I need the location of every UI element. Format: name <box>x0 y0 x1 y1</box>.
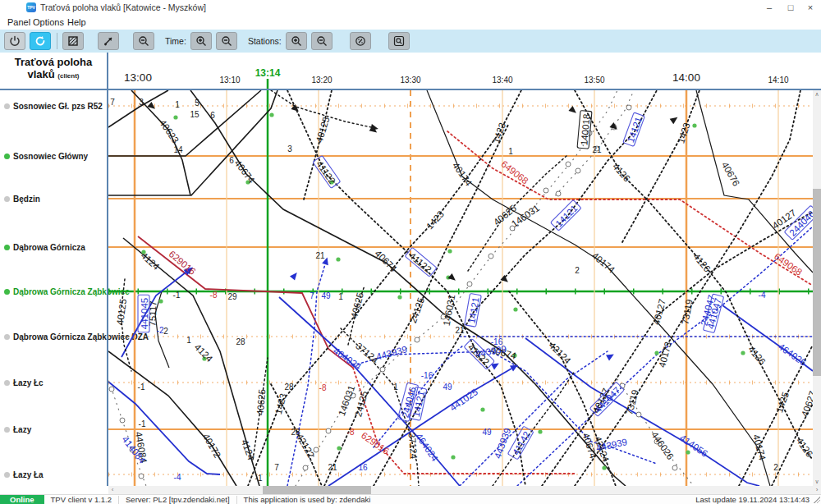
direction-arrow <box>606 351 616 360</box>
train-number-label[interactable]: 441045 <box>138 295 149 332</box>
train-number-label[interactable]: 4124 <box>139 250 161 272</box>
svg-text:73119: 73119 <box>624 388 640 415</box>
train-number-label[interactable]: 649068 <box>773 251 804 277</box>
train-number-label[interactable]: 14121 <box>623 112 644 146</box>
position-dot <box>337 446 341 450</box>
delay-value: 16 <box>358 463 368 472</box>
train-line[interactable] <box>460 351 608 486</box>
train-number-label[interactable]: 40674 <box>373 248 399 274</box>
train-number-label[interactable]: 40625 <box>255 389 268 416</box>
direction-arrow <box>609 122 619 132</box>
direction-arrow <box>568 106 578 116</box>
train-number-label[interactable]: 4124 <box>240 438 256 462</box>
delay-value: 2 <box>163 327 168 336</box>
train-number-label[interactable]: 40676 <box>720 160 741 188</box>
horizontal-scrollbar[interactable]: ‹ › <box>108 486 821 494</box>
svg-text:42124: 42124 <box>547 340 573 366</box>
train-number-label[interactable]: 4124 <box>193 342 215 364</box>
resize-grip[interactable] <box>814 497 820 503</box>
svg-text:14121: 14121 <box>626 116 644 144</box>
train-number-label[interactable]: 40623 <box>158 117 181 144</box>
delay-value: -1 <box>255 474 263 483</box>
stop-marker <box>326 428 331 433</box>
server-info: Server: PL2 [tpv.zdendaki.net] <box>119 496 237 504</box>
train-number-label[interactable]: 4126 <box>611 161 632 183</box>
vertical-scrollbar[interactable]: ∧ ∨ <box>813 90 821 486</box>
train-number-label[interactable]: 140018 <box>577 111 592 149</box>
svg-text:40127: 40127 <box>651 298 667 326</box>
position-dot <box>686 450 690 454</box>
train-line[interactable] <box>108 351 236 486</box>
scroll-left-icon[interactable]: ‹ <box>108 486 117 494</box>
train-number-label[interactable]: 40125 <box>115 298 128 325</box>
delay-value: 29 <box>227 292 237 301</box>
scroll-up-icon[interactable]: ∧ <box>813 90 821 99</box>
train-line[interactable] <box>108 382 220 474</box>
delay-value: 2 <box>575 266 580 275</box>
train-number-label[interactable]: 629016 <box>360 430 391 456</box>
position-dot <box>451 455 455 459</box>
graph-grid <box>108 79 813 486</box>
train-number-label[interactable]: 73119 <box>624 388 640 415</box>
train-number-label[interactable]: 1423 <box>491 121 507 144</box>
horizontal-scroll-thumb[interactable] <box>263 486 371 494</box>
scroll-down-icon[interactable]: ∨ <box>813 478 821 486</box>
scroll-right-icon[interactable]: › <box>813 486 821 494</box>
train-number-label[interactable]: 649068 <box>499 158 530 186</box>
delay-value: 1 <box>508 147 513 156</box>
train-number-label[interactable]: 40127 <box>651 298 667 326</box>
train-graph-canvas[interactable]: 4062340674406744067440674401254012541122… <box>0 0 821 504</box>
position-dot <box>513 307 517 311</box>
train-number-label[interactable]: 4126 <box>795 436 815 459</box>
delay-value: -1 <box>173 291 181 300</box>
train-number-label[interactable]: 443939 <box>375 344 408 362</box>
train-number-label[interactable]: 414056 <box>678 433 709 459</box>
train-number-label[interactable]: 40173 <box>657 341 673 369</box>
train-number-label[interactable]: 464026 <box>777 341 808 368</box>
train-number-label[interactable]: 14121 <box>465 293 482 327</box>
position-dot <box>741 351 745 355</box>
direction-arrow <box>147 102 157 112</box>
stop-marker <box>544 188 548 193</box>
stop-marker <box>488 254 493 259</box>
stop-marker <box>566 162 571 167</box>
delay-value: 1 <box>393 383 398 392</box>
delay-value: -1 <box>139 419 146 428</box>
delay-value: 49 <box>443 383 452 392</box>
sidebar-divider <box>107 53 108 486</box>
svg-text:40125: 40125 <box>115 298 128 325</box>
train-line[interactable] <box>108 90 261 156</box>
train-line[interactable] <box>353 368 575 474</box>
train-line[interactable] <box>296 90 617 486</box>
vertical-scroll-thumb[interactable] <box>813 189 821 376</box>
train-number-label[interactable]: 40172 <box>201 432 222 460</box>
train-number-label[interactable]: 146031 <box>442 294 456 327</box>
usage-info: This application is used by: zdendaki <box>237 496 378 504</box>
delay-value: 21 <box>592 145 602 154</box>
svg-text:40125: 40125 <box>314 116 332 144</box>
train-line[interactable] <box>542 212 813 486</box>
svg-text:4124: 4124 <box>193 342 215 364</box>
delay-value: 21 <box>315 251 325 260</box>
train-number-label[interactable]: 4126 <box>746 344 768 366</box>
train-number-label[interactable]: 73119 <box>680 299 694 326</box>
stop-marker <box>556 191 561 196</box>
train-number-label[interactable]: 1423 <box>676 121 691 144</box>
delay-value: -8 <box>347 428 355 437</box>
delay-value: -8 <box>210 291 218 300</box>
position-dot <box>538 429 542 433</box>
stop-marker <box>120 418 125 423</box>
train-number-label[interactable]: 441025 <box>448 387 479 413</box>
svg-text:1423: 1423 <box>424 208 446 231</box>
train-number-label[interactable]: 1423 <box>424 208 446 231</box>
svg-text:1423: 1423 <box>676 121 691 144</box>
train-number-label[interactable]: 41122 <box>313 155 341 188</box>
train-number-label[interactable]: 42124 <box>547 340 573 366</box>
stop-marker <box>303 465 308 470</box>
train-number-label[interactable]: 40125 <box>314 116 332 144</box>
svg-text:629016: 629016 <box>360 430 391 456</box>
svg-text:441025: 441025 <box>448 387 479 413</box>
train-number-label[interactable]: 40674 <box>232 158 257 186</box>
direction-arrow <box>670 115 680 125</box>
train-number-label[interactable]: 24125 <box>408 296 426 324</box>
